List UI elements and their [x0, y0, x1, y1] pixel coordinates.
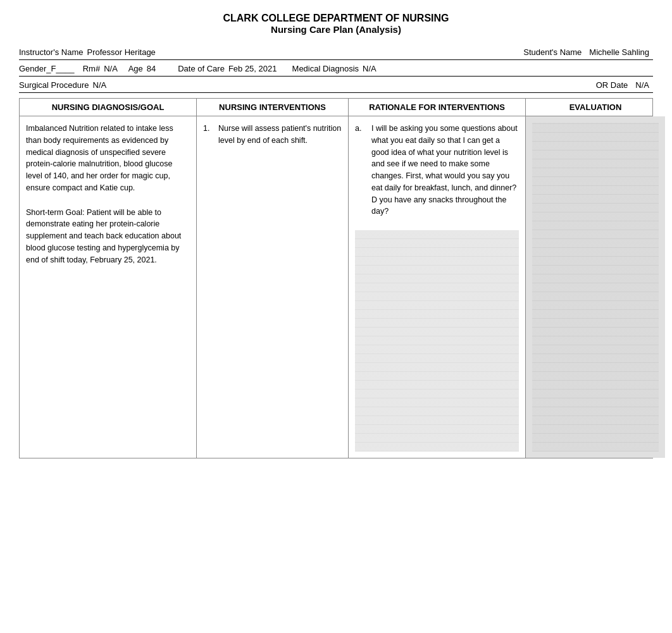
rationale-text-a: I will be asking you some questions abou… — [371, 123, 519, 218]
student-label: Student's Name — [523, 47, 582, 57]
page-container: CLARK COLLEGE DEPARTMENT OF NURSING Nurs… — [0, 0, 672, 471]
diagnosis-cell: Imbalanced Nutrition related to intake l… — [20, 116, 197, 458]
col-header-rationale: RATIONALE FOR INTERVENTIONS — [349, 99, 526, 116]
or-date-info: OR Date N/A — [596, 80, 653, 90]
rm-value: N/A — [104, 64, 118, 73]
short-term-goal-label: Short-term Goal: — [26, 208, 84, 217]
age-value: 84 — [147, 64, 156, 73]
col-header-diagnosis: NURSING DIAGNOSIS/GOAL — [20, 99, 197, 116]
intervention-text-1: Nurse will assess patient's nutrition le… — [218, 123, 342, 147]
or-date-label: OR Date — [596, 80, 628, 90]
date-label: Date of Care — [178, 64, 225, 73]
rm-label: Rm# — [83, 64, 100, 73]
surgical-label: Surgical Procedure — [19, 80, 89, 90]
instructor-label: Instructor's Name — [19, 47, 83, 57]
rationale-blurred — [355, 230, 519, 452]
info-row-surgical: Surgical Procedure N/A OR Date N/A — [19, 78, 653, 93]
medical-label: Medical Diagnosis — [292, 64, 359, 73]
instructor-value: Professor Heritage — [87, 47, 155, 57]
table-body: Imbalanced Nutrition related to intake l… — [20, 116, 652, 458]
intervention-item-1: 1. Nurse will assess patient's nutrition… — [203, 123, 342, 147]
info-row-instructor: Instructor's Name Professor Heritage Stu… — [19, 45, 653, 60]
or-date-value: N/A — [635, 80, 649, 90]
age-label: Age — [128, 64, 143, 73]
surgical-value: N/A — [93, 80, 107, 90]
student-info: Student's Name Michelle Sahling — [523, 47, 653, 57]
diagnosis-text: Imbalanced Nutrition related to intake l… — [26, 123, 190, 194]
medical-value: N/A — [363, 64, 376, 73]
evaluation-cell — [526, 116, 665, 458]
sub-title: Nursing Care Plan (Analysis) — [19, 24, 653, 35]
evaluation-blurred — [532, 123, 659, 452]
gender-label: Gender_F____ — [19, 64, 74, 73]
care-plan-table: NURSING DIAGNOSIS/GOAL NURSING INTERVENT… — [19, 98, 653, 458]
intervention-number-1: 1. — [203, 123, 215, 147]
rationale-cell: a. I will be asking you some questions a… — [349, 116, 526, 458]
date-value: Feb 25, 2021 — [228, 64, 277, 73]
main-title: CLARK COLLEGE DEPARTMENT OF NURSING — [19, 13, 653, 24]
rationale-item-a: a. I will be asking you some questions a… — [355, 123, 519, 218]
rationale-list: a. I will be asking you some questions a… — [355, 123, 519, 218]
rationale-letter-a: a. — [355, 123, 366, 218]
col-header-evaluation: EVALUATION — [526, 99, 665, 116]
col-header-interventions: NURSING INTERVENTIONS — [197, 99, 349, 116]
info-row-demographics: Gender_F____ Rm# N/A Age 84 Date of Care… — [19, 61, 653, 77]
page-header: CLARK COLLEGE DEPARTMENT OF NURSING Nurs… — [19, 13, 653, 35]
student-value: Michelle Sahling — [589, 47, 649, 57]
table-header-row: NURSING DIAGNOSIS/GOAL NURSING INTERVENT… — [20, 99, 652, 116]
interventions-cell: 1. Nurse will assess patient's nutrition… — [197, 116, 349, 458]
interventions-list: 1. Nurse will assess patient's nutrition… — [203, 123, 342, 147]
short-term-goal: Short-term Goal: Patient will be able to… — [26, 207, 190, 266]
